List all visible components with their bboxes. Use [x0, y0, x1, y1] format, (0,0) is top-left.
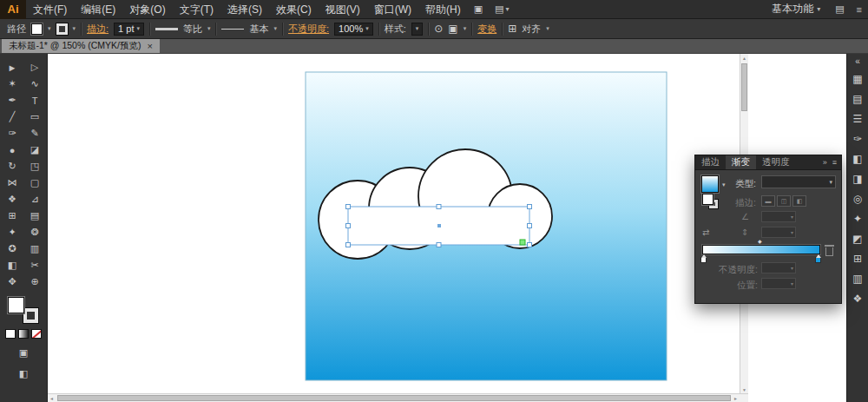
- stop-location-field[interactable]: ▾: [761, 278, 796, 289]
- column-graph-tool[interactable]: ▥: [23, 241, 46, 257]
- rectangle-tool[interactable]: ▭: [23, 109, 46, 125]
- stroke-color-proxy[interactable]: [23, 307, 39, 324]
- gradient-angle-field[interactable]: ▾: [761, 211, 796, 222]
- zoom-tool[interactable]: ⊕: [23, 273, 46, 290]
- symbol-sprayer-tool[interactable]: ✪: [1, 241, 23, 257]
- free-transform-tool[interactable]: ▢: [23, 175, 46, 191]
- dock-panel-icon[interactable]: ☰: [850, 112, 866, 126]
- selection-handle[interactable]: [528, 224, 532, 228]
- panel-menu-icon[interactable]: ≡: [857, 4, 862, 15]
- caret-down-icon[interactable]: ▾: [48, 25, 51, 32]
- type-tool[interactable]: T: [23, 92, 46, 109]
- collapse-panel-icon[interactable]: »: [823, 158, 827, 167]
- fill-color-proxy[interactable]: [8, 297, 24, 313]
- none-button[interactable]: [31, 329, 42, 339]
- menu-effect[interactable]: 效果(C): [269, 0, 319, 19]
- stop-opacity-field[interactable]: ▾: [761, 262, 796, 273]
- dock-panel-icon[interactable]: ▤: [850, 92, 866, 106]
- stroke-profile-value[interactable]: 等比: [183, 23, 202, 36]
- menu-window[interactable]: 窗口(W): [367, 0, 418, 19]
- eyedropper-tool[interactable]: ✦: [1, 224, 23, 241]
- gradient-within-stroke-button[interactable]: ▬: [761, 195, 775, 207]
- brush-definition-value[interactable]: 基本: [249, 23, 268, 36]
- selection-handle[interactable]: [346, 243, 351, 247]
- reverse-gradient-icon[interactable]: ⇄: [702, 227, 709, 237]
- dock-panel-icon[interactable]: ▥: [850, 272, 866, 286]
- align-panel-icon[interactable]: ⊞: [508, 23, 516, 35]
- dock-panel-icon[interactable]: ◩: [850, 232, 866, 246]
- dock-panel-icon[interactable]: ✑: [850, 132, 866, 146]
- shape-builder-tool[interactable]: ❖: [1, 191, 23, 208]
- blob-brush-tool[interactable]: ●: [1, 142, 23, 158]
- opacity-label[interactable]: 不透明度:: [288, 23, 329, 36]
- gradient-across-stroke-button[interactable]: ◧: [792, 195, 806, 207]
- menu-view[interactable]: 视图(V): [319, 0, 367, 19]
- opacity-field[interactable]: 100% ▾: [334, 23, 373, 36]
- arrange-documents-icon[interactable]: ▣: [474, 3, 483, 15]
- workspace-switcher[interactable]: 基本功能 ▾: [763, 2, 829, 16]
- screen-mode-button[interactable]: ◧: [19, 366, 28, 382]
- selection-handle[interactable]: [346, 205, 351, 209]
- paintbrush-tool[interactable]: ✑: [1, 125, 23, 142]
- scroll-up-icon[interactable]: ▲: [740, 54, 748, 62]
- gradient-swatch-thumbnail[interactable]: [701, 175, 719, 193]
- selection-tool[interactable]: ►: [1, 59, 23, 76]
- artboard-tool[interactable]: ◧: [1, 257, 23, 273]
- gradient-slider[interactable]: [702, 245, 820, 254]
- document-layout-icon[interactable]: ▤ ▾: [495, 3, 509, 15]
- fill-color-control[interactable]: [31, 23, 43, 35]
- hand-tool[interactable]: ✥: [1, 273, 23, 290]
- eraser-tool[interactable]: ◪: [23, 142, 46, 158]
- tab-stroke[interactable]: 描边: [695, 155, 726, 169]
- horizontal-scrollbar[interactable]: ◄ ►: [48, 393, 748, 402]
- stroke-weight-field[interactable]: 1 pt ▾: [114, 23, 144, 36]
- scroll-down-icon[interactable]: ▼: [740, 386, 748, 393]
- width-tool[interactable]: ⋈: [1, 175, 23, 191]
- magic-wand-tool[interactable]: ✶: [1, 76, 23, 92]
- pen-tool[interactable]: ✒: [1, 92, 23, 109]
- caret-down-icon[interactable]: ▾: [273, 25, 277, 32]
- lasso-tool[interactable]: ∿: [23, 76, 46, 92]
- selection-handle[interactable]: [437, 205, 441, 209]
- dock-panel-icon[interactable]: ❖: [850, 292, 866, 306]
- dock-panel-icon[interactable]: ◎: [850, 192, 866, 206]
- menu-object[interactable]: 对象(O): [122, 0, 172, 19]
- gradient-fill-proxy[interactable]: [702, 194, 713, 205]
- draw-mode-button[interactable]: ▣: [19, 345, 28, 361]
- tab-transparency[interactable]: 透明度: [756, 155, 796, 169]
- transform-link[interactable]: 变换: [477, 23, 496, 36]
- menu-grid-icon[interactable]: ▤: [835, 3, 844, 15]
- selection-handle[interactable]: [528, 205, 532, 209]
- dock-panel-icon[interactable]: ✦: [850, 212, 866, 226]
- slice-tool[interactable]: ✂: [23, 257, 46, 273]
- pencil-tool[interactable]: ✎: [23, 125, 46, 142]
- close-icon[interactable]: ×: [147, 42, 152, 51]
- graphic-style-select[interactable]: ▾: [411, 23, 424, 36]
- caret-down-icon[interactable]: ▾: [722, 181, 726, 188]
- perspective-grid-tool[interactable]: ⊿: [23, 191, 46, 208]
- caret-down-icon[interactable]: ▾: [73, 25, 76, 32]
- selection-handle[interactable]: [437, 243, 441, 247]
- gradient-button[interactable]: [18, 329, 29, 339]
- scroll-right-icon[interactable]: ►: [732, 394, 740, 402]
- gradient-tool[interactable]: ▤: [23, 208, 46, 224]
- document-tab[interactable]: 未标题-1* @ 150% (CMYK/预览) ×: [2, 39, 160, 53]
- delete-stop-icon[interactable]: [825, 247, 833, 256]
- menu-type[interactable]: 文字(T): [173, 0, 220, 19]
- dock-panel-icon[interactable]: ◨: [850, 172, 866, 186]
- panel-flyout-menu-icon[interactable]: ≡: [832, 158, 837, 167]
- selection-handle[interactable]: [346, 224, 351, 228]
- rotate-tool[interactable]: ↻: [1, 158, 23, 175]
- tab-gradient[interactable]: 渐变: [726, 155, 756, 169]
- stroke-weight-label[interactable]: 描边:: [87, 23, 108, 36]
- dock-panel-icon[interactable]: ⊞: [850, 252, 866, 266]
- scroll-left-icon[interactable]: ◄: [48, 394, 56, 402]
- menu-edit[interactable]: 编辑(E): [74, 0, 122, 19]
- caret-down-icon[interactable]: ▾: [546, 25, 549, 32]
- color-button[interactable]: [5, 329, 16, 339]
- align-link[interactable]: 对齐: [522, 23, 541, 36]
- expand-panels-icon[interactable]: «: [855, 56, 860, 66]
- stroke-color-control[interactable]: [56, 23, 68, 35]
- gradient-stop-blue[interactable]: [815, 257, 821, 263]
- gradient-midpoint-icon[interactable]: ◆: [758, 238, 762, 244]
